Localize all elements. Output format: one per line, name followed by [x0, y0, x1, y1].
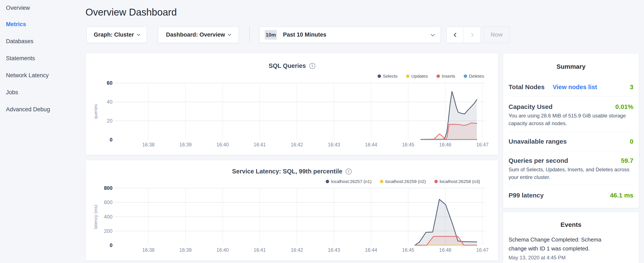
- x-tick-label: 16:41: [245, 142, 275, 148]
- summary-label: Queries per second: [508, 157, 568, 164]
- legend-dot-icon: [434, 180, 438, 183]
- summary-label: Capacity Used: [508, 103, 552, 110]
- dashboard-label: Dashboard: Overview: [166, 32, 225, 38]
- chart-canvas: [86, 160, 498, 260]
- x-tick-label: 16:43: [319, 142, 349, 148]
- y-axis-title: latency (ms): [93, 174, 98, 259]
- x-tick-label: 16:40: [208, 247, 238, 253]
- legend-item[interactable]: Deletes: [464, 74, 484, 79]
- legend-item[interactable]: Selects: [378, 74, 398, 79]
- legend-dot-icon: [380, 180, 383, 183]
- sidebar-item-databases[interactable]: Databases: [0, 33, 85, 50]
- legend-dot-icon: [436, 75, 440, 78]
- legend-label: localhost:26258 (n3): [440, 179, 480, 184]
- summary-row-qps: Queries per second 59.7: [508, 157, 633, 164]
- summary-row-total-nodes: Total Nodes View nodes list 3: [508, 83, 633, 91]
- divider: [508, 185, 633, 185]
- time-range-selector[interactable]: 10m Past 10 Minutes: [260, 27, 441, 43]
- summary-panel: Summary Total Nodes View nodes list 3 Ca…: [503, 53, 639, 208]
- summary-row-capacity: Capacity Used 0.01%: [508, 103, 633, 110]
- sidebar-item-advanced-debug[interactable]: Advanced Debug: [0, 101, 85, 118]
- x-tick-label: 16:38: [134, 142, 163, 148]
- summary-heading: Summary: [508, 63, 633, 70]
- y-tick-label: 40: [89, 99, 112, 105]
- x-tick-label: 16:47: [468, 142, 497, 148]
- sidebar-item-metrics[interactable]: Metrics: [0, 16, 85, 33]
- summary-value: 0: [630, 138, 633, 145]
- summary-value: 0.01%: [615, 103, 633, 110]
- prev-range-button[interactable]: [447, 27, 464, 43]
- event-message[interactable]: Schema Change Completed: Schemachange wi…: [508, 235, 633, 253]
- sidebar-item-overview[interactable]: Overview: [0, 0, 85, 16]
- y-tick-label: 0: [89, 137, 112, 143]
- legend-dot-icon: [326, 180, 329, 183]
- legend-item[interactable]: localhost:26257 (n1): [326, 179, 372, 184]
- events-panel: Events Schema Change Completed: Schemach…: [503, 212, 639, 263]
- chevron-down-icon: [431, 32, 434, 36]
- x-tick-label: 16:43: [319, 247, 349, 253]
- y-tick-label: 600: [89, 199, 112, 205]
- time-range-label: Past 10 Minutes: [283, 32, 326, 38]
- legend-label: Inserts: [442, 74, 455, 79]
- y-tick-label: 20: [89, 118, 112, 124]
- toolbar-divider: [250, 26, 250, 43]
- x-tick-label: 16:45: [393, 247, 423, 253]
- page-title: Overview Dashboard: [86, 7, 177, 18]
- legend-dot-icon: [378, 75, 381, 78]
- chevron-right-icon: [470, 33, 474, 37]
- chevron-down-icon: [228, 33, 231, 36]
- summary-label: Total Nodes: [508, 83, 544, 91]
- summary-value: 3: [630, 83, 633, 91]
- x-tick-label: 16:41: [245, 247, 275, 253]
- chart-canvas: [86, 53, 498, 155]
- x-tick-label: 16:44: [356, 142, 386, 148]
- legend-item[interactable]: localhost:26259 (n2): [380, 179, 426, 184]
- summary-row-p99: P99 latency 46.1 ms: [508, 192, 633, 199]
- y-axis-title: queries: [93, 69, 98, 154]
- legend-dot-icon: [464, 75, 467, 78]
- legend-item[interactable]: Updates: [406, 74, 428, 79]
- y-tick-label: 0: [89, 242, 112, 248]
- view-nodes-link[interactable]: View nodes list: [552, 83, 597, 91]
- now-button[interactable]: Now: [484, 27, 510, 43]
- legend-label: Selects: [383, 74, 398, 79]
- legend-label: Deletes: [469, 74, 484, 79]
- legend-item[interactable]: localhost:26258 (n3): [434, 179, 480, 184]
- summary-desc: Sum of Selects, Updates, Inserts, and De…: [508, 166, 633, 181]
- legend-label: localhost:26257 (n1): [331, 179, 372, 184]
- graph-scope-dropdown[interactable]: Graph: Cluster: [86, 27, 147, 43]
- x-tick-label: 16:39: [171, 247, 200, 253]
- x-tick-label: 16:45: [393, 142, 423, 148]
- chevron-down-icon: [137, 33, 140, 36]
- chart-legend: SelectsUpdatesInsertsDeletes: [378, 74, 484, 79]
- summary-value: 46.1 ms: [610, 192, 633, 199]
- x-tick-label: 16:40: [208, 142, 238, 148]
- x-tick-label: 16:39: [171, 142, 200, 148]
- sidebar-item-statements[interactable]: Statements: [0, 50, 85, 67]
- next-range-button[interactable]: [464, 27, 480, 43]
- legend-dot-icon: [406, 75, 410, 78]
- sql-queries-chart-panel: SQL Queries i 16:3816:3916:4016:4116:421…: [86, 53, 498, 155]
- dashboard-dropdown[interactable]: Dashboard: Overview: [158, 27, 239, 43]
- sidebar-item-network-latency[interactable]: Network Latency: [0, 67, 85, 84]
- x-tick-label: 16:46: [430, 247, 460, 253]
- chevron-left-icon: [454, 33, 458, 37]
- x-tick-label: 16:38: [134, 247, 163, 253]
- y-tick-label: 200: [89, 228, 112, 234]
- events-heading: Events: [508, 221, 633, 228]
- divider: [508, 96, 633, 97]
- y-tick-label: 400: [89, 214, 112, 220]
- x-tick-label: 16:44: [356, 247, 386, 253]
- divider: [508, 151, 633, 151]
- summary-value: 59.7: [621, 157, 633, 164]
- sidebar-item-jobs[interactable]: Jobs: [0, 84, 85, 101]
- legend-label: Updates: [412, 74, 428, 79]
- sidebar: Overview Metrics Databases Statements Ne…: [0, 0, 85, 118]
- summary-label: P99 latency: [508, 192, 544, 199]
- legend-item[interactable]: Inserts: [436, 74, 455, 79]
- time-pager: [446, 27, 481, 43]
- x-tick-label: 16:46: [430, 142, 460, 148]
- summary-row-unavailable: Unavailable ranges 0: [508, 138, 633, 145]
- service-latency-chart-panel: Service Latency: SQL, 99th percentile i …: [86, 160, 498, 261]
- divider: [508, 132, 633, 132]
